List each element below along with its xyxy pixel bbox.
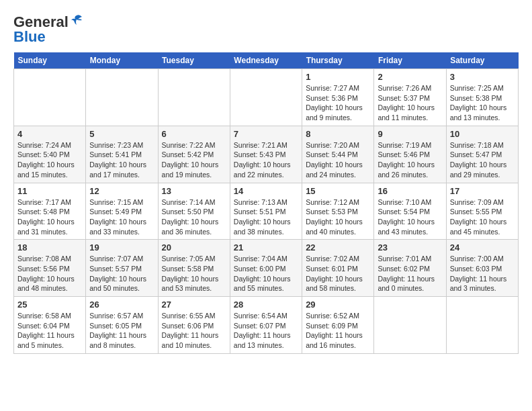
- calendar-cell: 23Sunrise: 7:01 AM Sunset: 6:02 PM Dayli…: [374, 240, 446, 297]
- day-info: Sunrise: 7:13 AM Sunset: 5:51 PM Dayligh…: [234, 197, 298, 237]
- day-info: Sunrise: 7:22 AM Sunset: 5:42 PM Dayligh…: [162, 140, 226, 180]
- calendar-cell: 16Sunrise: 7:10 AM Sunset: 5:54 PM Dayli…: [374, 183, 446, 240]
- calendar-cell: 18Sunrise: 7:08 AM Sunset: 5:56 PM Dayli…: [14, 240, 86, 297]
- calendar-cell: 6Sunrise: 7:22 AM Sunset: 5:42 PM Daylig…: [158, 126, 230, 183]
- day-info: Sunrise: 7:25 AM Sunset: 5:38 PM Dayligh…: [450, 83, 515, 123]
- day-info: Sunrise: 7:14 AM Sunset: 5:50 PM Dayligh…: [162, 197, 226, 237]
- day-info: Sunrise: 7:23 AM Sunset: 5:41 PM Dayligh…: [89, 140, 154, 180]
- calendar-table: SundayMondayTuesdayWednesdayThursdayFrid…: [13, 52, 519, 354]
- day-info: Sunrise: 7:18 AM Sunset: 5:47 PM Dayligh…: [450, 140, 515, 180]
- weekday-header-sunday: Sunday: [14, 52, 86, 69]
- day-number: 22: [306, 242, 370, 253]
- day-info: Sunrise: 7:21 AM Sunset: 5:43 PM Dayligh…: [234, 140, 298, 180]
- day-info: Sunrise: 7:07 AM Sunset: 5:57 PM Dayligh…: [89, 254, 154, 293]
- day-number: 7: [234, 129, 298, 139]
- day-info: Sunrise: 6:52 AM Sunset: 6:09 PM Dayligh…: [306, 311, 370, 351]
- day-number: 26: [89, 300, 154, 310]
- calendar-cell: 9Sunrise: 7:19 AM Sunset: 5:46 PM Daylig…: [374, 126, 446, 183]
- calendar-cell: 4Sunrise: 7:24 AM Sunset: 5:40 PM Daylig…: [14, 126, 86, 183]
- day-info: Sunrise: 7:09 AM Sunset: 5:55 PM Dayligh…: [450, 197, 515, 237]
- day-info: Sunrise: 7:17 AM Sunset: 5:48 PM Dayligh…: [17, 197, 82, 237]
- day-number: 2: [378, 72, 442, 82]
- calendar-cell: [158, 69, 230, 126]
- day-info: Sunrise: 6:58 AM Sunset: 6:04 PM Dayligh…: [17, 311, 82, 351]
- day-number: 11: [17, 186, 82, 196]
- day-number: 17: [450, 186, 515, 196]
- calendar-cell: 1Sunrise: 7:27 AM Sunset: 5:36 PM Daylig…: [302, 69, 374, 126]
- weekday-header-saturday: Saturday: [446, 52, 518, 69]
- day-number: 8: [306, 129, 370, 139]
- weekday-header-thursday: Thursday: [302, 52, 374, 69]
- day-number: 13: [162, 186, 226, 196]
- day-number: 3: [450, 72, 515, 82]
- day-number: 12: [89, 186, 154, 196]
- day-info: Sunrise: 6:54 AM Sunset: 6:07 PM Dayligh…: [234, 311, 298, 351]
- day-info: Sunrise: 7:27 AM Sunset: 5:36 PM Dayligh…: [306, 83, 370, 123]
- day-number: 29: [306, 300, 370, 310]
- calendar-cell: 28Sunrise: 6:54 AM Sunset: 6:07 PM Dayli…: [230, 297, 302, 354]
- weekday-header-friday: Friday: [374, 52, 446, 69]
- calendar-cell: 24Sunrise: 7:00 AM Sunset: 6:03 PM Dayli…: [446, 240, 518, 297]
- day-number: 16: [378, 186, 442, 196]
- calendar-cell: 25Sunrise: 6:58 AM Sunset: 6:04 PM Dayli…: [14, 297, 86, 354]
- day-number: 18: [17, 242, 82, 253]
- day-info: Sunrise: 7:19 AM Sunset: 5:46 PM Dayligh…: [378, 140, 442, 180]
- calendar-cell: 3Sunrise: 7:25 AM Sunset: 5:38 PM Daylig…: [446, 69, 518, 126]
- weekday-header-monday: Monday: [86, 52, 158, 69]
- calendar-cell: 20Sunrise: 7:05 AM Sunset: 5:58 PM Dayli…: [158, 240, 230, 297]
- day-info: Sunrise: 7:01 AM Sunset: 6:02 PM Dayligh…: [378, 254, 442, 293]
- day-number: 19: [89, 242, 154, 253]
- day-info: Sunrise: 7:00 AM Sunset: 6:03 PM Dayligh…: [450, 254, 515, 293]
- calendar-cell: [374, 297, 446, 354]
- calendar-cell: 26Sunrise: 6:57 AM Sunset: 6:05 PM Dayli…: [86, 297, 158, 354]
- logo-bird-icon: [70, 14, 83, 28]
- calendar-cell: 19Sunrise: 7:07 AM Sunset: 5:57 PM Dayli…: [86, 240, 158, 297]
- weekday-header-wednesday: Wednesday: [230, 52, 302, 69]
- day-number: 28: [234, 300, 298, 310]
- day-info: Sunrise: 6:57 AM Sunset: 6:05 PM Dayligh…: [89, 311, 154, 351]
- day-number: 23: [378, 242, 442, 253]
- day-number: 5: [89, 129, 154, 139]
- day-info: Sunrise: 7:24 AM Sunset: 5:40 PM Dayligh…: [17, 140, 82, 180]
- day-info: Sunrise: 7:05 AM Sunset: 5:58 PM Dayligh…: [162, 254, 226, 293]
- weekday-header-tuesday: Tuesday: [158, 52, 230, 69]
- calendar-header: SundayMondayTuesdayWednesdayThursdayFrid…: [14, 52, 519, 69]
- calendar-cell: 15Sunrise: 7:12 AM Sunset: 5:53 PM Dayli…: [302, 183, 374, 240]
- day-number: 21: [234, 242, 298, 253]
- calendar-cell: 13Sunrise: 7:14 AM Sunset: 5:50 PM Dayli…: [158, 183, 230, 240]
- day-number: 24: [450, 242, 515, 253]
- day-number: 14: [234, 186, 298, 196]
- day-info: Sunrise: 7:08 AM Sunset: 5:56 PM Dayligh…: [17, 254, 82, 293]
- calendar-cell: 11Sunrise: 7:17 AM Sunset: 5:48 PM Dayli…: [14, 183, 86, 240]
- calendar-cell: 2Sunrise: 7:26 AM Sunset: 5:37 PM Daylig…: [374, 69, 446, 126]
- calendar-cell: 29Sunrise: 6:52 AM Sunset: 6:09 PM Dayli…: [302, 297, 374, 354]
- calendar-cell: [86, 69, 158, 126]
- day-number: 15: [306, 186, 370, 196]
- calendar-cell: 22Sunrise: 7:02 AM Sunset: 6:01 PM Dayli…: [302, 240, 374, 297]
- logo: General Blue: [13, 13, 83, 46]
- day-number: 20: [162, 242, 226, 253]
- calendar-cell: [230, 69, 302, 126]
- day-info: Sunrise: 7:26 AM Sunset: 5:37 PM Dayligh…: [378, 83, 442, 123]
- calendar-cell: 12Sunrise: 7:15 AM Sunset: 5:49 PM Dayli…: [86, 183, 158, 240]
- day-number: 1: [306, 72, 370, 82]
- day-number: 9: [378, 129, 442, 139]
- day-info: Sunrise: 7:15 AM Sunset: 5:49 PM Dayligh…: [89, 197, 154, 237]
- calendar-cell: 27Sunrise: 6:55 AM Sunset: 6:06 PM Dayli…: [158, 297, 230, 354]
- day-info: Sunrise: 7:12 AM Sunset: 5:53 PM Dayligh…: [306, 197, 370, 237]
- calendar-cell: [446, 297, 518, 354]
- day-number: 25: [17, 300, 82, 310]
- calendar-cell: 5Sunrise: 7:23 AM Sunset: 5:41 PM Daylig…: [86, 126, 158, 183]
- calendar-cell: 7Sunrise: 7:21 AM Sunset: 5:43 PM Daylig…: [230, 126, 302, 183]
- calendar-cell: 10Sunrise: 7:18 AM Sunset: 5:47 PM Dayli…: [446, 126, 518, 183]
- day-info: Sunrise: 7:04 AM Sunset: 6:00 PM Dayligh…: [234, 254, 298, 293]
- calendar-cell: 8Sunrise: 7:20 AM Sunset: 5:44 PM Daylig…: [302, 126, 374, 183]
- day-info: Sunrise: 7:02 AM Sunset: 6:01 PM Dayligh…: [306, 254, 370, 293]
- calendar-cell: [14, 69, 86, 126]
- calendar-cell: 17Sunrise: 7:09 AM Sunset: 5:55 PM Dayli…: [446, 183, 518, 240]
- day-number: 4: [17, 129, 82, 139]
- day-info: Sunrise: 7:10 AM Sunset: 5:54 PM Dayligh…: [378, 197, 442, 237]
- calendar-cell: 21Sunrise: 7:04 AM Sunset: 6:00 PM Dayli…: [230, 240, 302, 297]
- day-number: 6: [162, 129, 226, 139]
- day-info: Sunrise: 6:55 AM Sunset: 6:06 PM Dayligh…: [162, 311, 226, 351]
